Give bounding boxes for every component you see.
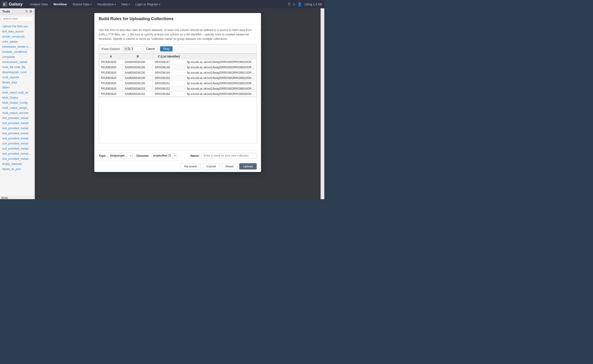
sidebar-item-multi-assign[interactable]: multi_output_assign_ xyxy=(0,105,34,110)
sidebar-scrollbar[interactable] xyxy=(0,196,35,199)
table-wrapper: From Column ✕ D Cancel Okay xyxy=(99,44,257,143)
login-caret-icon: ▾ xyxy=(159,3,160,6)
sidebar-item-tool-meta-8[interactable]: tool_provided_metadata_8 xyxy=(0,151,34,156)
table-cell-col1: SAMD00034150 xyxy=(123,81,153,86)
table-cell-col3: ftp.sra.ebi.ac.uk/vol1/fastq/DRR039/DRR0… xyxy=(185,76,256,81)
type-select-wrapper: fastqsanger... fastq bam vcf ▾ xyxy=(108,153,133,158)
sidebar-item-tool-meta-6[interactable]: tool_provided_metad xyxy=(0,141,34,146)
modal-header: Build Rules for Uploading Collections xyxy=(95,13,261,24)
settings-icon[interactable]: ⚙ xyxy=(29,10,32,13)
sidebar-item-inheritance[interactable]: inheritance_simple (c subtypes are usabl… xyxy=(0,44,34,49)
sidebar-item-tool-meta-2[interactable]: tool_provided_metad xyxy=(0,121,34,126)
nav-visualization[interactable]: Visualization ▾ xyxy=(94,0,119,8)
table-row: PRJDB3920SAMD00034150DRX036150ftp.sra.eb… xyxy=(99,76,256,81)
star-icon[interactable]: ☆ xyxy=(292,2,296,6)
sidebar-item-multioutput[interactable]: Multi_Output xyxy=(0,95,34,100)
table-row: PRJDB3920SAMD00034152DRX036164ftp.sra.eb… xyxy=(99,91,256,97)
sidebar-item-multi-repeats[interactable]: multi_repeats xyxy=(0,75,34,80)
brand-name: Galaxy xyxy=(9,2,22,7)
genome-group: Genome: unspecified (?) hg19 hg38 mm10 ▾ xyxy=(137,153,177,158)
type-select[interactable]: fastqsanger... fastq bam vcf xyxy=(108,153,133,158)
sidebar-item-tool-meta-3[interactable]: tool_provided_metad xyxy=(0,126,34,131)
modal-build-rules: Build Rules for Uploading Collections Us… xyxy=(94,13,261,172)
modal-overlay: Build Rules for Uploading Collections Us… xyxy=(35,8,321,199)
tag-d: ✕ D xyxy=(124,47,131,51)
reorient-button[interactable]: Re-orient xyxy=(180,163,201,169)
sidebar-item-tool-meta-7[interactable]: tool_provided_metad xyxy=(0,146,34,151)
empty-rows-area xyxy=(99,97,256,143)
refresh-icon[interactable]: ↻ xyxy=(26,10,28,13)
navbar: ☰ Galaxy Analyze Data Workflow Shared Da… xyxy=(0,0,324,8)
right-panel xyxy=(321,8,324,199)
genome-select[interactable]: unspecified (?) hg19 hg38 mm10 xyxy=(151,153,177,158)
sidebar-item-tool-meta-1[interactable]: tool_provided_metad xyxy=(0,116,34,121)
table-cell-col2: DRX036147 xyxy=(153,59,185,65)
from-column-cancel-button[interactable]: Cancel xyxy=(143,46,158,52)
nav-workflow[interactable]: Workflow xyxy=(51,0,70,8)
genome-label: Genome: xyxy=(137,154,150,157)
tag-remove-icon[interactable]: ✕ xyxy=(125,47,127,51)
table-cell-col2: DRX036152 xyxy=(153,86,185,91)
table-row: PRJDB3920SAMD00034150DRX036148ftp.sra.eb… xyxy=(99,65,256,70)
table-row: PRJDB3920SAMD00034150DRX036151ftp.sra.eb… xyxy=(99,81,256,86)
col-c-header: C (List Identifier) xyxy=(153,54,185,59)
sidebar-item-tool-meta-4[interactable]: tool_provided_metad xyxy=(0,131,34,136)
sidebar-item-simple[interactable]: simple_constructs xyxy=(0,34,34,39)
sidebar-item-color[interactable]: color_param xyxy=(0,39,34,44)
reset-button[interactable]: Reset xyxy=(222,163,237,169)
sidebar-item-tool-meta-9[interactable]: tool_provided_metadata_9 xyxy=(0,156,34,161)
sidebar-item-multiselect[interactable]: multi_select multi_se xyxy=(0,90,34,95)
content-area: Build Rules for Uploading Collections Us… xyxy=(35,8,321,199)
sidebar-item-test[interactable]: test_data_source xyxy=(0,29,34,34)
apps-grid-icon[interactable]: ⠿ xyxy=(288,2,290,6)
col-d-header xyxy=(185,54,256,59)
user-icon[interactable]: 👤 xyxy=(297,2,302,6)
search-input[interactable] xyxy=(1,16,33,21)
visualization-caret-icon: ▾ xyxy=(115,3,116,6)
sidebar-items: Upload File from you test_data_source si… xyxy=(0,23,34,199)
table-cell-col3: ftp.sra.ebi.ac.uk/vol1/fastq/DRR039/DRR0… xyxy=(185,70,256,76)
table-cell-col1: SAMD00034150 xyxy=(123,70,153,76)
search-bar xyxy=(0,15,34,23)
col-a-header: A xyxy=(99,54,123,59)
cancel-button[interactable]: Cancel xyxy=(202,163,220,169)
type-group: Type: fastqsanger... fastq bam vcf ▾ xyxy=(99,153,133,158)
tag-input[interactable]: ✕ D xyxy=(122,46,141,52)
sidebar-item-inputs-json[interactable]: inputs_as_json xyxy=(0,167,34,172)
sidebar-title: Tools xyxy=(2,10,10,13)
table-cell-col0: PRJDB3920 xyxy=(99,59,123,65)
table-cell-col2: DRX036148 xyxy=(153,65,185,70)
brand[interactable]: ☰ Galaxy xyxy=(2,2,22,7)
sidebar-item-tool-meta-5[interactable]: tool_provided_metad xyxy=(0,136,34,141)
sidebar-item-boolean[interactable]: boolean_conditional xyxy=(0,49,34,54)
sidebar-item-codefile[interactable]: code_file code_file xyxy=(0,65,34,70)
sidebar-item-multi-recurse[interactable]: multi_output_recurse xyxy=(0,110,34,116)
upload-button[interactable]: Upload xyxy=(239,163,257,169)
main-layout: Tools ↻ ⚙ Upload File from you test_data… xyxy=(0,8,324,199)
name-input[interactable] xyxy=(201,153,257,158)
sidebar-item-empty-datasets[interactable]: empty_datasets xyxy=(0,161,34,167)
from-column-row: From Column ✕ D Cancel Okay xyxy=(99,45,256,53)
sidebar-item-upload[interactable]: Upload File from you xyxy=(0,24,34,29)
table-cell-col0: PRJDB3920 xyxy=(99,81,123,86)
sidebar-item-composite[interactable]: composite xyxy=(0,54,34,59)
table-cell-col3: ftp.sra.ebi.ac.uk/vol1/fastq/DRR039/DRR0… xyxy=(185,81,256,86)
table-cell-col0: PRJDB3920 xyxy=(99,65,123,70)
nav-help[interactable]: Help ▾ xyxy=(119,0,132,8)
table-header-row: A B C (List Identifier) xyxy=(99,54,256,59)
table-cell-col1: SAMD00034153 xyxy=(123,86,153,91)
sidebar-item-disambiguate[interactable]: disambiguate_cond xyxy=(0,70,34,75)
sidebar-item-env[interactable]: environment_variabl xyxy=(0,59,34,65)
sidebar-item-bibtex[interactable]: bibtex xyxy=(0,85,34,90)
scroll-thumb xyxy=(1,197,8,199)
from-column-okay-button[interactable]: Okay xyxy=(160,46,173,52)
nav-login[interactable]: Login or Register ▾ xyxy=(132,0,163,8)
table-cell-col0: PRJDB3920 xyxy=(99,86,123,91)
nav-shared-data[interactable]: Shared Data ▾ xyxy=(70,0,94,8)
sidebar-item-library[interactable]: library_data xyxy=(0,80,34,85)
table-row: PRJDB3920SAMD00034150DRX036149ftp.sra.eb… xyxy=(99,70,256,76)
table-cell-col1: SAMD00034150 xyxy=(123,59,153,65)
nav-analyze-data[interactable]: Analyze Data xyxy=(27,0,51,8)
sidebar-item-multioutput-config[interactable]: Multi_Output_Config xyxy=(0,100,34,105)
tag-value: D xyxy=(128,47,130,51)
